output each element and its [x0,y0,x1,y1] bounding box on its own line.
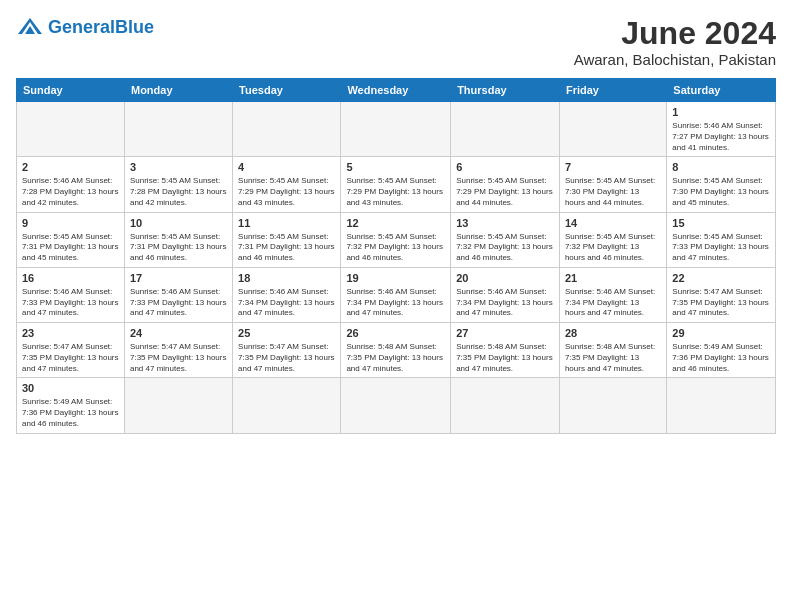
day-info: Sunrise: 5:48 AM Sunset: 7:35 PM Dayligh… [565,342,661,374]
week-row-0: 1Sunrise: 5:46 AM Sunset: 7:27 PM Daylig… [17,102,776,157]
calendar-table: SundayMondayTuesdayWednesdayThursdayFrid… [16,78,776,433]
day-cell: 17Sunrise: 5:46 AM Sunset: 7:33 PM Dayli… [124,267,232,322]
day-info: Sunrise: 5:48 AM Sunset: 7:35 PM Dayligh… [346,342,445,374]
day-cell: 26Sunrise: 5:48 AM Sunset: 7:35 PM Dayli… [341,323,451,378]
day-cell: 28Sunrise: 5:48 AM Sunset: 7:35 PM Dayli… [559,323,666,378]
weekday-header-sunday: Sunday [17,79,125,102]
day-info: Sunrise: 5:45 AM Sunset: 7:29 PM Dayligh… [456,176,554,208]
weekday-header-tuesday: Tuesday [233,79,341,102]
day-cell: 8Sunrise: 5:45 AM Sunset: 7:30 PM Daylig… [667,157,776,212]
day-number: 19 [346,271,445,286]
day-number: 1 [672,105,770,120]
day-cell: 21Sunrise: 5:46 AM Sunset: 7:34 PM Dayli… [559,267,666,322]
day-info: Sunrise: 5:46 AM Sunset: 7:28 PM Dayligh… [22,176,119,208]
day-cell: 13Sunrise: 5:45 AM Sunset: 7:32 PM Dayli… [451,212,560,267]
day-number: 29 [672,326,770,341]
weekday-header-thursday: Thursday [451,79,560,102]
day-info: Sunrise: 5:45 AM Sunset: 7:31 PM Dayligh… [238,232,335,264]
day-number: 24 [130,326,227,341]
calendar-title: June 2024 [574,16,776,51]
day-info: Sunrise: 5:46 AM Sunset: 7:34 PM Dayligh… [456,287,554,319]
weekday-header-friday: Friday [559,79,666,102]
week-row-4: 23Sunrise: 5:47 AM Sunset: 7:35 PM Dayli… [17,323,776,378]
day-number: 5 [346,160,445,175]
day-cell [451,378,560,433]
logo: GeneralBlue [16,16,154,38]
day-number: 13 [456,216,554,231]
day-cell: 12Sunrise: 5:45 AM Sunset: 7:32 PM Dayli… [341,212,451,267]
day-cell: 29Sunrise: 5:49 AM Sunset: 7:36 PM Dayli… [667,323,776,378]
day-number: 10 [130,216,227,231]
day-cell: 27Sunrise: 5:48 AM Sunset: 7:35 PM Dayli… [451,323,560,378]
day-info: Sunrise: 5:45 AM Sunset: 7:29 PM Dayligh… [238,176,335,208]
day-info: Sunrise: 5:46 AM Sunset: 7:34 PM Dayligh… [238,287,335,319]
day-number: 3 [130,160,227,175]
calendar-page: GeneralBlue June 2024 Awaran, Balochista… [0,0,792,612]
week-row-2: 9Sunrise: 5:45 AM Sunset: 7:31 PM Daylig… [17,212,776,267]
day-info: Sunrise: 5:45 AM Sunset: 7:31 PM Dayligh… [22,232,119,264]
day-info: Sunrise: 5:47 AM Sunset: 7:35 PM Dayligh… [672,287,770,319]
day-cell [233,102,341,157]
week-row-3: 16Sunrise: 5:46 AM Sunset: 7:33 PM Dayli… [17,267,776,322]
day-cell: 10Sunrise: 5:45 AM Sunset: 7:31 PM Dayli… [124,212,232,267]
day-number: 14 [565,216,661,231]
day-cell: 25Sunrise: 5:47 AM Sunset: 7:35 PM Dayli… [233,323,341,378]
day-cell [124,378,232,433]
day-number: 16 [22,271,119,286]
day-number: 21 [565,271,661,286]
day-number: 7 [565,160,661,175]
day-number: 28 [565,326,661,341]
day-cell: 23Sunrise: 5:47 AM Sunset: 7:35 PM Dayli… [17,323,125,378]
day-number: 23 [22,326,119,341]
day-info: Sunrise: 5:49 AM Sunset: 7:36 PM Dayligh… [22,397,119,429]
day-cell: 22Sunrise: 5:47 AM Sunset: 7:35 PM Dayli… [667,267,776,322]
day-cell [17,102,125,157]
day-cell [559,378,666,433]
week-row-5: 30Sunrise: 5:49 AM Sunset: 7:36 PM Dayli… [17,378,776,433]
day-info: Sunrise: 5:46 AM Sunset: 7:27 PM Dayligh… [672,121,770,153]
day-number: 26 [346,326,445,341]
title-block: June 2024 Awaran, Balochistan, Pakistan [574,16,776,68]
calendar-header: GeneralBlue June 2024 Awaran, Balochista… [16,16,776,68]
logo-general: General [48,17,115,37]
day-cell: 24Sunrise: 5:47 AM Sunset: 7:35 PM Dayli… [124,323,232,378]
day-number: 8 [672,160,770,175]
day-cell: 16Sunrise: 5:46 AM Sunset: 7:33 PM Dayli… [17,267,125,322]
day-info: Sunrise: 5:45 AM Sunset: 7:32 PM Dayligh… [565,232,661,264]
day-number: 2 [22,160,119,175]
day-info: Sunrise: 5:45 AM Sunset: 7:29 PM Dayligh… [346,176,445,208]
day-number: 11 [238,216,335,231]
day-info: Sunrise: 5:48 AM Sunset: 7:35 PM Dayligh… [456,342,554,374]
day-info: Sunrise: 5:46 AM Sunset: 7:34 PM Dayligh… [565,287,661,319]
day-info: Sunrise: 5:45 AM Sunset: 7:32 PM Dayligh… [346,232,445,264]
day-cell: 5Sunrise: 5:45 AM Sunset: 7:29 PM Daylig… [341,157,451,212]
weekday-header-monday: Monday [124,79,232,102]
day-info: Sunrise: 5:47 AM Sunset: 7:35 PM Dayligh… [238,342,335,374]
day-number: 6 [456,160,554,175]
day-cell [124,102,232,157]
day-number: 25 [238,326,335,341]
day-cell: 18Sunrise: 5:46 AM Sunset: 7:34 PM Dayli… [233,267,341,322]
day-cell: 7Sunrise: 5:45 AM Sunset: 7:30 PM Daylig… [559,157,666,212]
weekday-header-saturday: Saturday [667,79,776,102]
day-cell: 1Sunrise: 5:46 AM Sunset: 7:27 PM Daylig… [667,102,776,157]
day-cell: 6Sunrise: 5:45 AM Sunset: 7:29 PM Daylig… [451,157,560,212]
day-info: Sunrise: 5:47 AM Sunset: 7:35 PM Dayligh… [130,342,227,374]
day-cell: 15Sunrise: 5:45 AM Sunset: 7:33 PM Dayli… [667,212,776,267]
day-number: 4 [238,160,335,175]
logo-icon [16,16,44,38]
day-number: 30 [22,381,119,396]
day-number: 15 [672,216,770,231]
day-info: Sunrise: 5:45 AM Sunset: 7:33 PM Dayligh… [672,232,770,264]
day-info: Sunrise: 5:46 AM Sunset: 7:33 PM Dayligh… [130,287,227,319]
weekday-header-wednesday: Wednesday [341,79,451,102]
day-cell [233,378,341,433]
week-row-1: 2Sunrise: 5:46 AM Sunset: 7:28 PM Daylig… [17,157,776,212]
day-info: Sunrise: 5:45 AM Sunset: 7:31 PM Dayligh… [130,232,227,264]
day-info: Sunrise: 5:45 AM Sunset: 7:28 PM Dayligh… [130,176,227,208]
day-number: 12 [346,216,445,231]
day-cell [667,378,776,433]
day-cell: 3Sunrise: 5:45 AM Sunset: 7:28 PM Daylig… [124,157,232,212]
day-number: 17 [130,271,227,286]
day-number: 18 [238,271,335,286]
